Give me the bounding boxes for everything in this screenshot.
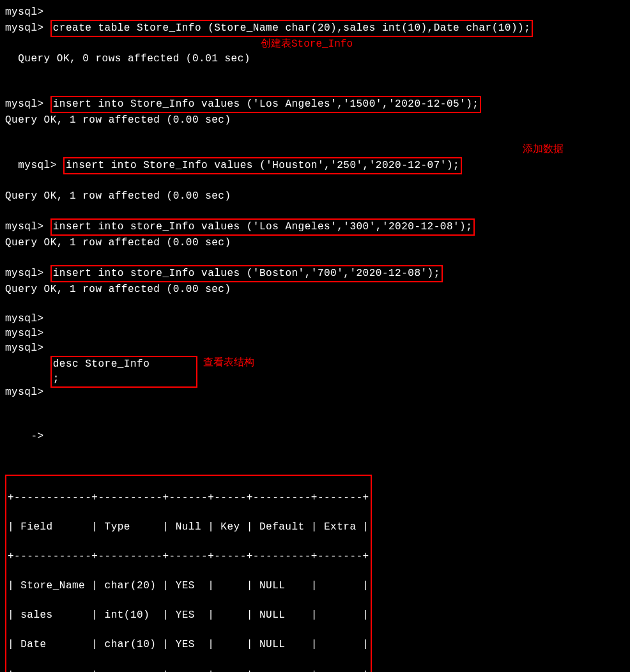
prompt: mysql> xyxy=(5,328,44,339)
response-insert4: Query OK, 1 row affected (0.00 sec) xyxy=(5,284,231,295)
prompt: mysql> xyxy=(5,6,44,18)
desc-row: | Date | char(10) | YES | | NULL | | xyxy=(8,638,369,652)
cmd-insert4: insert into store_Info values ('Boston',… xyxy=(50,265,443,282)
prompt: mysql> xyxy=(5,313,44,325)
desc-border: +------------+----------+------+-----+--… xyxy=(8,491,369,505)
prompt: mysql> xyxy=(5,386,44,398)
cmd-desc-cont: ; xyxy=(53,373,59,385)
response-insert2: Query OK, 1 row affected (0.00 sec) xyxy=(5,190,231,202)
desc-header: | Field | Type | Null | Key | Default | … xyxy=(8,520,369,535)
desc-row: | sales | int(10) | YES | | NULL | | xyxy=(8,608,369,623)
cmd-create: create table Store_Info (Store_Name char… xyxy=(50,20,534,37)
annotation-create: 创建表Store_Info xyxy=(261,37,353,52)
cmd-insert1: insert into Store_Info values ('Los Ange… xyxy=(50,96,482,113)
desc-border: +------------+----------+------+-----+--… xyxy=(8,549,369,564)
desc-table-box: +------------+----------+------+-----+--… xyxy=(5,475,372,672)
cmd-desc-box: desc Store_Info ; xyxy=(50,356,197,388)
cmd-insert3: insert into store_Info values ('Los Ange… xyxy=(50,218,475,236)
prompt: mysql> xyxy=(5,98,44,110)
prompt: mysql> xyxy=(5,342,44,354)
annotation-add-data: 添加数据 xyxy=(523,142,564,157)
response-create: Query OK, 0 rows affected (0.01 sec) xyxy=(18,53,250,65)
prompt: mysql> xyxy=(18,160,57,171)
cont-prompt: -> xyxy=(5,431,44,442)
create-line: mysql> create table Store_Info (Store_Na… xyxy=(5,20,625,37)
annotation-desc: 查看表结构 xyxy=(203,356,254,370)
desc-border: +------------+----------+------+-----+--… xyxy=(8,667,369,672)
prompt: mysql> xyxy=(5,268,44,279)
prompt: mysql> xyxy=(5,221,44,233)
response-insert3: Query OK, 1 row affected (0.00 sec) xyxy=(5,237,231,248)
cmd-insert2: insert into Store_Info values ('Houston'… xyxy=(63,157,462,174)
desc-row: | Store_Name | char(20) | YES | | NULL |… xyxy=(8,579,369,593)
prompt: mysql> xyxy=(5,22,44,34)
cmd-desc: desc Store_Info xyxy=(53,358,150,370)
response-insert1: Query OK, 1 row affected (0.00 sec) xyxy=(5,114,231,126)
